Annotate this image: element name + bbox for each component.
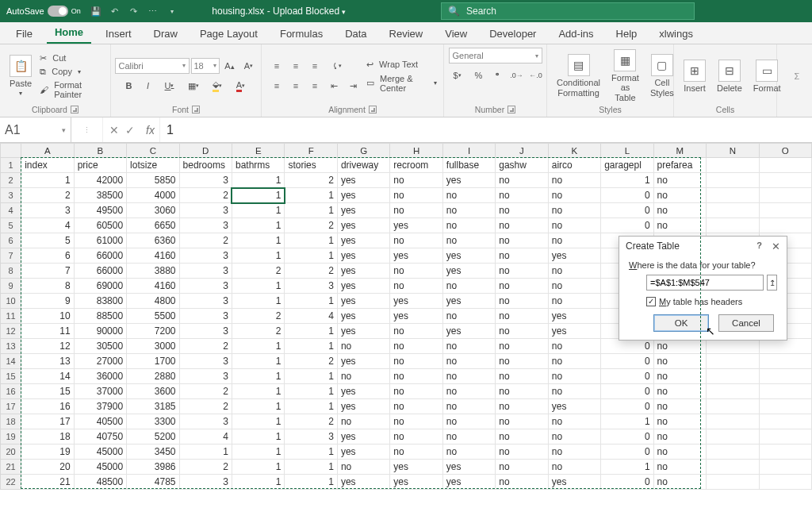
cell[interactable]: 3 [21, 203, 74, 218]
cell[interactable]: no [653, 339, 706, 354]
cell[interactable]: yes [337, 203, 389, 218]
cell[interactable]: no [548, 203, 600, 218]
cell[interactable]: no [548, 264, 600, 279]
cell[interactable]: 30500 [74, 339, 126, 354]
tab-home[interactable]: Home [47, 22, 91, 44]
cell[interactable]: 0 [601, 384, 653, 399]
cell[interactable] [759, 460, 811, 475]
tab-xlwings[interactable]: xlwings [651, 24, 701, 44]
cell[interactable]: no [653, 369, 706, 384]
dialog-help-icon[interactable]: ? [756, 241, 762, 252]
cell[interactable]: 6 [21, 248, 74, 264]
cell[interactable] [707, 384, 759, 399]
align-top-button[interactable]: ≡ [268, 58, 285, 74]
cell[interactable]: 60500 [74, 218, 126, 233]
delete-cells-button[interactable]: ⊟Delete [714, 58, 745, 94]
cell[interactable] [759, 188, 811, 203]
cell[interactable] [759, 444, 811, 460]
cell[interactable]: no [390, 324, 442, 339]
column-header-B[interactable]: B [74, 144, 126, 158]
cell[interactable]: 83800 [74, 294, 126, 309]
column-header-L[interactable]: L [601, 144, 653, 158]
cell[interactable]: no [442, 354, 495, 369]
cell[interactable]: yes [337, 279, 389, 294]
cell[interactable]: 18 [21, 429, 74, 444]
tab-formulas[interactable]: Formulas [272, 24, 331, 44]
cell[interactable]: 66000 [74, 264, 126, 279]
cell[interactable]: 5850 [127, 173, 179, 188]
cell[interactable]: no [496, 294, 548, 309]
cell[interactable]: no [653, 188, 706, 203]
row-header[interactable]: 3 [1, 188, 21, 203]
table-range-input[interactable] [646, 275, 764, 291]
cell[interactable]: no [390, 233, 442, 248]
cell[interactable] [759, 339, 811, 354]
cell[interactable]: no [442, 444, 495, 460]
cell[interactable]: bathrms [232, 158, 284, 173]
autosum-button[interactable]: Σ [788, 68, 806, 84]
cell[interactable]: 2 [179, 384, 232, 399]
cell[interactable]: 40750 [74, 429, 126, 444]
row-header[interactable]: 21 [1, 460, 21, 475]
cell[interactable]: 3 [179, 294, 232, 309]
cell[interactable]: 1 [232, 475, 284, 490]
cell[interactable]: no [548, 279, 600, 294]
cell[interactable]: 5500 [127, 309, 179, 324]
cell[interactable]: yes [548, 248, 600, 264]
cell[interactable]: yes [442, 475, 495, 490]
cell[interactable]: 90000 [74, 324, 126, 339]
cell[interactable]: 4785 [127, 475, 179, 490]
cell[interactable]: no [496, 173, 548, 188]
cell[interactable]: yes [337, 475, 389, 490]
wrap-text-button[interactable]: ↩ Wrap Text [366, 60, 437, 70]
bold-button[interactable]: B [121, 78, 138, 94]
cell[interactable]: yes [442, 460, 495, 475]
cell[interactable]: no [548, 294, 600, 309]
confirm-formula-icon[interactable]: ✓ [125, 124, 135, 137]
cell[interactable]: yes [337, 399, 389, 414]
decrease-decimal-button[interactable]: ←.0 [527, 67, 545, 83]
cell[interactable]: no [337, 369, 389, 384]
cell[interactable]: no [337, 414, 389, 429]
cell[interactable]: yes [390, 248, 442, 264]
cell[interactable]: 2 [179, 188, 232, 203]
range-picker-button[interactable]: ↥ [767, 275, 777, 291]
cell[interactable]: 3 [179, 324, 232, 339]
cell[interactable]: no [496, 414, 548, 429]
cell[interactable]: no [496, 339, 548, 354]
cell[interactable]: yes [548, 324, 600, 339]
cell[interactable]: no [496, 203, 548, 218]
cell[interactable]: yes [337, 354, 389, 369]
cell[interactable]: 2 [285, 173, 337, 188]
cell[interactable]: 2 [179, 339, 232, 354]
cell[interactable]: no [496, 309, 548, 324]
cell[interactable]: 3 [179, 354, 232, 369]
tab-help[interactable]: Help [608, 24, 645, 44]
cancel-button[interactable]: Cancel [718, 314, 774, 332]
cell[interactable] [759, 429, 811, 444]
cell[interactable]: 14 [21, 369, 74, 384]
row-header[interactable]: 17 [1, 399, 21, 414]
cell[interactable]: 3000 [127, 339, 179, 354]
cell[interactable]: 1 [232, 188, 284, 203]
row-header[interactable]: 20 [1, 444, 21, 460]
row-header[interactable]: 13 [1, 339, 21, 354]
row-header[interactable]: 16 [1, 384, 21, 399]
column-header-H[interactable]: H [390, 144, 442, 158]
cell[interactable]: 4800 [127, 294, 179, 309]
cell[interactable]: yes [390, 309, 442, 324]
column-header-O[interactable]: O [759, 144, 811, 158]
cell[interactable]: 37000 [74, 384, 126, 399]
cell[interactable]: 2880 [127, 369, 179, 384]
alignment-dialog-launcher[interactable] [369, 106, 377, 114]
copy-button[interactable]: ⧉ Copy ▾ [40, 67, 104, 77]
cell[interactable]: 2 [232, 264, 284, 279]
cell[interactable]: yes [442, 173, 495, 188]
cell[interactable]: airco [548, 158, 600, 173]
font-size-select[interactable]: 18▾ [191, 58, 220, 74]
cell[interactable]: 2 [179, 399, 232, 414]
paste-button[interactable]: 📋 Paste ▾ [6, 53, 35, 98]
cell[interactable]: yes [390, 294, 442, 309]
cell[interactable]: fullbase [442, 158, 495, 173]
number-format-select[interactable]: General▾ [449, 48, 542, 64]
